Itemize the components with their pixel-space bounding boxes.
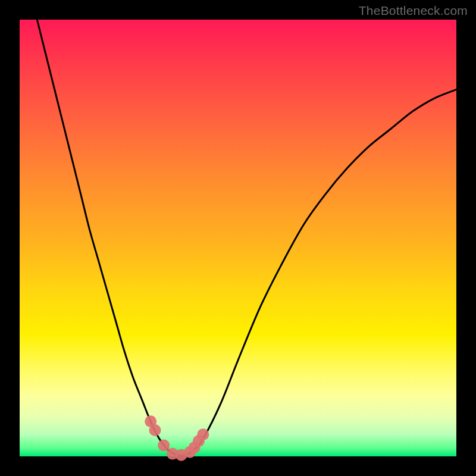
- watermark-text: TheBottleneck.com: [359, 4, 468, 18]
- chart-svg: [20, 20, 456, 456]
- curve-markers: [145, 415, 209, 461]
- curve-marker: [158, 440, 170, 452]
- curve-marker: [197, 428, 209, 440]
- chart-frame: TheBottleneck.com: [0, 0, 476, 476]
- bottleneck-curve: [37, 20, 456, 456]
- plot-area: [20, 20, 456, 456]
- curve-marker: [149, 424, 161, 436]
